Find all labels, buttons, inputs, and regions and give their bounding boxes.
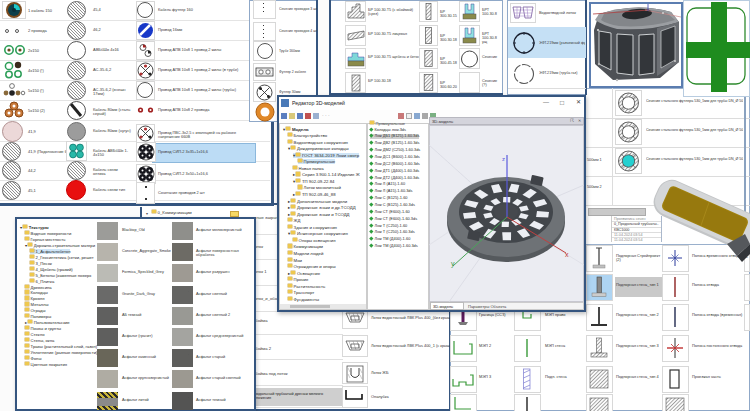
svg-text:x: x: [565, 251, 569, 258]
svg-text:z: z: [502, 156, 505, 162]
svg-text:y: y: [451, 260, 455, 268]
